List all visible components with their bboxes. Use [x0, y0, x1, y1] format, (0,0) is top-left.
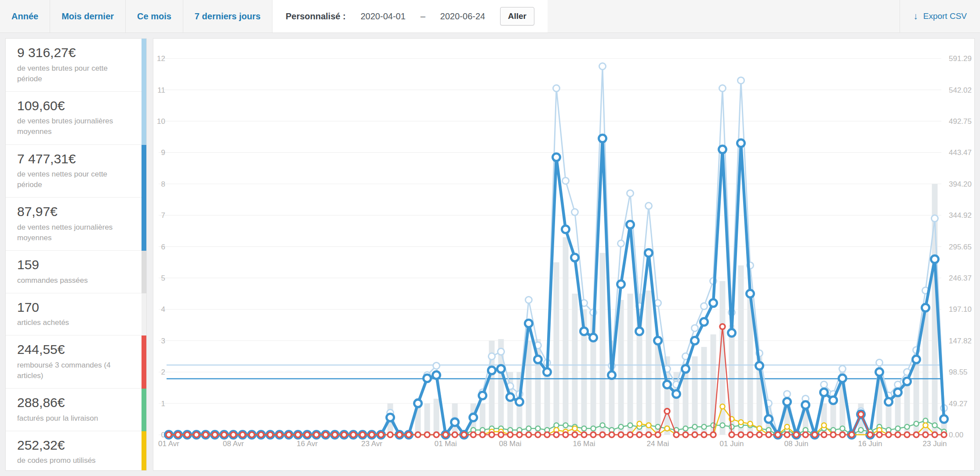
stat-value: 244,55€: [17, 342, 129, 357]
stat-value: 9 316,27€: [17, 45, 129, 61]
svg-text:7: 7: [161, 211, 165, 220]
stat-shipping-charged[interactable]: 288,86€ facturés pour la livraison: [6, 389, 146, 431]
stat-label: de ventes brutes journalières moyennes: [17, 116, 129, 137]
tab-last-7-days[interactable]: 7 derniers jours: [183, 0, 272, 32]
svg-text:394.20: 394.20: [949, 180, 972, 188]
topbar-filler: [548, 0, 900, 32]
svg-text:8: 8: [161, 180, 165, 188]
tab-this-month[interactable]: Ce mois: [126, 0, 183, 32]
stat-accent-bar: [142, 39, 146, 92]
svg-text:08 Mai: 08 Mai: [499, 440, 521, 448]
date-range-separator: –: [421, 11, 425, 22]
stat-label: facturés pour la livraison: [17, 413, 129, 424]
report-content: 9 316,27€ de ventes brutes pour cette pé…: [0, 33, 980, 476]
sales-chart[interactable]: 00.00149.27298.553147.824197.105246.3762…: [153, 39, 974, 471]
stat-accent-bar: [142, 145, 146, 198]
stat-avg-gross-daily[interactable]: 109,60€ de ventes brutes journalières mo…: [6, 92, 146, 145]
stat-accent-bar: [142, 431, 146, 471]
stat-items-purchased[interactable]: 170 articles achetés: [6, 293, 146, 336]
date-to-input[interactable]: [436, 11, 490, 22]
sales-summary-sidebar: 9 316,27€ de ventes brutes pour cette pé…: [5, 38, 147, 471]
stat-value: 87,97€: [17, 204, 129, 220]
export-csv-button[interactable]: ↓ Export CSV: [900, 0, 980, 32]
date-from-input[interactable]: [356, 11, 410, 22]
stat-value: 170: [17, 300, 129, 315]
stat-accent-bar: [142, 335, 146, 389]
svg-text:246.37: 246.37: [949, 274, 972, 282]
svg-text:1: 1: [161, 400, 165, 408]
svg-text:24 Mai: 24 Mai: [646, 440, 669, 448]
stat-label: de ventes brutes pour cette période: [17, 63, 129, 84]
stat-label: de ventes nettes journalières moyennes: [17, 222, 129, 243]
stat-refunded[interactable]: 244,55€ remboursé 3 commandes (4 article…: [6, 335, 146, 389]
svg-text:01 Juin: 01 Juin: [720, 440, 744, 448]
stat-accent-bar: [142, 251, 146, 293]
svg-text:3: 3: [161, 337, 165, 345]
stat-gross-sales[interactable]: 9 316,27€ de ventes brutes pour cette pé…: [6, 39, 146, 92]
stat-coupons-used[interactable]: 252,32€ de codes promo utilisés: [6, 431, 146, 471]
tab-last-month[interactable]: Mois dernier: [50, 0, 126, 32]
svg-text:344.92: 344.92: [949, 211, 972, 220]
svg-text:16 Mai: 16 Mai: [573, 440, 595, 448]
svg-text:08 Juin: 08 Juin: [784, 440, 809, 448]
export-csv-label: Export CSV: [923, 11, 967, 21]
svg-text:4: 4: [161, 305, 165, 314]
stat-accent-bar: [142, 293, 146, 336]
svg-text:16 Juin: 16 Juin: [858, 440, 882, 448]
stat-label: de codes promo utilisés: [17, 455, 129, 466]
svg-text:12: 12: [157, 54, 165, 63]
stat-value: 109,60€: [17, 98, 129, 114]
stat-value: 7 477,31€: [17, 151, 129, 167]
svg-text:0.00: 0.00: [949, 431, 963, 439]
svg-text:11: 11: [157, 86, 165, 94]
svg-text:591.29: 591.29: [949, 54, 972, 63]
svg-text:5: 5: [161, 274, 165, 282]
svg-text:23 Avr: 23 Avr: [361, 440, 382, 448]
stat-value: 159: [17, 257, 129, 273]
go-button[interactable]: Aller: [500, 7, 534, 25]
svg-text:23 Juin: 23 Juin: [923, 440, 947, 448]
svg-text:2: 2: [161, 368, 165, 376]
stat-avg-net-daily[interactable]: 87,97€ de ventes nettes journalières moy…: [6, 198, 146, 251]
stat-label: de ventes nettes pour cette période: [17, 169, 129, 190]
stat-label: remboursé 3 commandes (4 articles): [17, 360, 129, 381]
svg-text:16 Avr: 16 Avr: [297, 440, 318, 448]
custom-range-label: Personnalisé :: [286, 11, 346, 22]
svg-text:443.47: 443.47: [949, 148, 972, 157]
sales-chart-card: 00.00149.27298.553147.824197.105246.3762…: [153, 38, 975, 471]
report-range-toolbar: Année Mois dernier Ce mois 7 derniers jo…: [0, 0, 980, 33]
stat-accent-bar: [142, 92, 146, 145]
svg-text:492.75: 492.75: [949, 117, 972, 126]
svg-text:295.65: 295.65: [949, 243, 972, 251]
svg-text:08 Avr: 08 Avr: [223, 440, 244, 448]
tab-year[interactable]: Année: [0, 0, 50, 32]
svg-text:542.02: 542.02: [949, 86, 972, 94]
stat-value: 288,86€: [17, 395, 129, 411]
svg-text:147.82: 147.82: [949, 337, 972, 345]
svg-text:98.55: 98.55: [949, 368, 968, 376]
stat-net-sales[interactable]: 7 477,31€ de ventes nettes pour cette pé…: [6, 145, 146, 198]
stat-value: 252,32€: [17, 438, 129, 453]
svg-text:6: 6: [161, 243, 165, 251]
svg-text:10: 10: [157, 117, 165, 126]
svg-text:01 Mai: 01 Mai: [434, 440, 457, 448]
stat-label: commandes passées: [17, 275, 129, 286]
stat-orders-placed[interactable]: 159 commandes passées: [6, 251, 146, 293]
download-arrow-icon: ↓: [913, 11, 918, 22]
stat-label: articles achetés: [17, 317, 129, 328]
custom-range-panel: Personnalisé : – Aller: [272, 0, 548, 32]
stat-accent-bar: [142, 198, 146, 251]
svg-text:01 Avr: 01 Avr: [158, 440, 179, 448]
svg-text:49.27: 49.27: [949, 400, 968, 408]
svg-text:9: 9: [161, 148, 165, 157]
svg-text:197.10: 197.10: [949, 305, 972, 314]
stat-accent-bar: [142, 389, 146, 431]
